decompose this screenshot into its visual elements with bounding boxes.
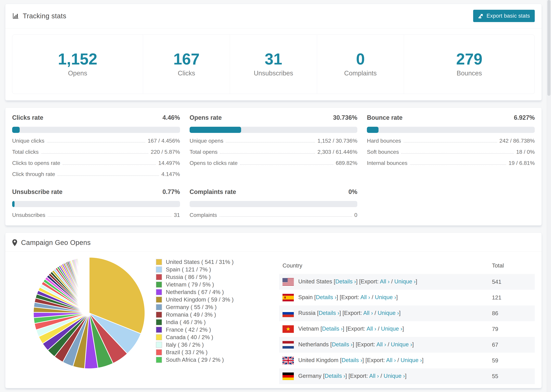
rate-detail-label: Total clicks	[12, 149, 39, 155]
bracket-text: ]	[402, 325, 404, 332]
legend-item-romania: Romania ( 49 / 3% )	[156, 311, 252, 318]
export-all-link[interactable]: All ›	[386, 357, 396, 363]
rate-progress-bar	[190, 127, 357, 133]
export-unique-link[interactable]: Unique ›	[401, 357, 422, 363]
export-unique-link[interactable]: Unique ›	[394, 278, 416, 285]
export-prefix-text: ] [Export:	[353, 341, 376, 348]
details-link[interactable]: Details ›	[325, 373, 345, 379]
rate-detail-row: Unique clicks167 / 4.456%	[12, 138, 180, 144]
dotted-leader	[240, 164, 333, 165]
rate-title: Bounce rate	[367, 114, 403, 121]
rate-detail-label: Internal bounces	[367, 160, 407, 166]
separator-text: /	[376, 325, 381, 332]
page-scrollbar[interactable]	[547, 0, 551, 392]
legend-swatch	[156, 289, 162, 295]
export-basic-stats-label: Export basic stats	[487, 13, 530, 19]
export-all-link[interactable]: All ›	[360, 294, 370, 300]
rate-detail-row: Clicks to opens rate14.497%	[12, 160, 180, 166]
dotted-leader	[401, 153, 514, 154]
details-link[interactable]: Details ›	[335, 278, 356, 285]
details-link[interactable]: Details ›	[319, 310, 339, 316]
export-prefix-text: ] [Export:	[356, 278, 380, 285]
country-name: Vietnam	[298, 325, 320, 332]
rate-detail-row: Complaints0	[190, 212, 357, 218]
summary-stats-row: 1,152Opens167Clicks31Unsubscribes0Compla…	[12, 35, 535, 94]
tracking-stats-card: Tracking stats Export basic stats 1,152O…	[5, 4, 542, 101]
rate-detail-label: Opens to clicks rate	[190, 160, 238, 166]
rate-progress-bar	[12, 127, 180, 133]
country-name: Russia	[298, 310, 317, 316]
summary-label: Clicks	[143, 70, 230, 77]
rate-title: Opens rate	[190, 114, 222, 121]
page-scrollbar-thumb[interactable]	[547, 0, 551, 96]
rate-detail-value: 2,303 / 61.446%	[318, 149, 357, 155]
legend-label: France ( 42 / 2% )	[166, 327, 211, 333]
flag-es-icon	[283, 294, 294, 301]
rate-detail-value: 1,152 / 30.736%	[318, 138, 357, 144]
geo-table-header-row: Country Total	[279, 258, 535, 274]
legend-label: South Africa ( 29 / 2% )	[166, 357, 224, 363]
legend-label: Russia ( 86 / 5% )	[166, 274, 211, 280]
summary-label: Bounces	[404, 70, 535, 77]
rate-detail-value: 0	[354, 212, 357, 218]
rate-detail-row: Soft bounces18 / 0%	[367, 149, 535, 155]
export-unique-link[interactable]: Unique ›	[384, 373, 405, 379]
tracking-stats-page: Tracking stats Export basic stats 1,152O…	[0, 0, 551, 392]
export-all-link[interactable]: All ›	[380, 278, 390, 285]
export-all-link[interactable]: All ›	[367, 325, 376, 332]
rate-value: 4.46%	[162, 114, 180, 121]
export-unique-link[interactable]: Unique ›	[378, 310, 399, 316]
bracket-text: [	[340, 357, 342, 363]
rate-detail-row: Total opens2,303 / 61.446%	[190, 149, 357, 155]
export-all-link[interactable]: All ›	[369, 373, 379, 379]
details-link[interactable]: Details ›	[332, 341, 353, 348]
legend-item-brazil: Brazil ( 33 / 2% )	[156, 349, 252, 356]
flag-nl-icon	[283, 341, 294, 349]
summary-stat-unsubscribes: 31Unsubscribes	[230, 35, 317, 94]
country-name: Germany	[298, 373, 323, 379]
rate-detail-value: 14.497%	[158, 160, 180, 166]
export-basic-stats-button[interactable]: Export basic stats	[473, 10, 535, 22]
rate-block-complaints-rate: Complaints rate0%Complaints0	[190, 188, 357, 218]
country-total: 86	[488, 305, 535, 321]
export-unique-link[interactable]: Unique ›	[381, 325, 403, 332]
map-pin-icon	[12, 239, 17, 246]
rate-progress-fill	[12, 201, 14, 207]
details-link[interactable]: Details ›	[322, 325, 343, 332]
country-total: 59	[488, 353, 535, 368]
country-total: 541	[488, 274, 535, 290]
rate-value: 0%	[348, 188, 357, 196]
geo-header: Campaign Geo Opens	[12, 239, 535, 246]
legend-label: Netherlands ( 67 / 4% )	[166, 289, 224, 295]
legend-swatch	[156, 319, 162, 325]
legend-label: India ( 46 / 3% )	[166, 319, 206, 325]
details-link[interactable]: Details ›	[342, 357, 362, 363]
export-all-link[interactable]: All ›	[363, 310, 373, 316]
details-link[interactable]: Details ›	[316, 294, 337, 300]
geo-table-row-nl: Netherlands [Details ›] [Export: All › /…	[279, 337, 535, 353]
rate-progress-fill	[367, 127, 379, 133]
rate-detail-row: Internal bounces19 / 6.81%	[367, 160, 535, 166]
geo-table: Country Total United States [Details ›] …	[279, 258, 535, 384]
legend-swatch	[156, 297, 162, 303]
legend-swatch	[156, 327, 162, 333]
bracket-text: ]	[422, 357, 424, 363]
dotted-leader	[226, 142, 315, 142]
separator-text: /	[390, 278, 395, 285]
country-name: Spain	[298, 294, 314, 300]
separator-text: /	[379, 373, 384, 379]
dotted-leader	[57, 175, 159, 176]
pie-legend: United States ( 541 / 31% )Spain ( 121 /…	[156, 258, 252, 364]
geo-table-row-de: Germany [Details ›] [Export: All › / Uni…	[279, 368, 535, 384]
summary-stat-opens: 1,152Opens	[12, 35, 143, 94]
geo-content: United States ( 541 / 31% )Spain ( 121 /…	[12, 257, 535, 384]
export-unique-link[interactable]: Unique ›	[391, 341, 412, 348]
export-all-link[interactable]: All ›	[376, 341, 386, 348]
rates-card: Clicks rate4.46%Unique clicks167 / 4.456…	[5, 107, 542, 226]
rate-progress-fill	[12, 127, 20, 133]
export-unique-link[interactable]: Unique ›	[375, 294, 396, 300]
bracket-text: ]	[399, 310, 401, 316]
legend-item-russia: Russia ( 86 / 5% )	[156, 273, 252, 281]
geo-table-row-es: Spain [Details ›] [Export: All › / Uniqu…	[279, 290, 535, 305]
dotted-leader	[63, 164, 156, 165]
